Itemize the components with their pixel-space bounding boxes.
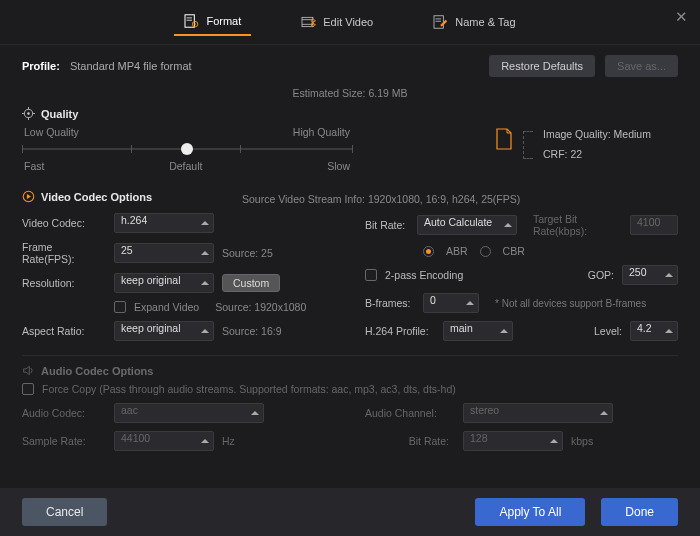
quality-summary: Image Quality: Medium CRF: 22 <box>495 128 651 160</box>
label-video-codec: Video Codec: <box>22 217 106 229</box>
bframes-note: * Not all devices support B-frames <box>495 298 646 309</box>
h264-profile-select[interactable]: main <box>443 321 513 341</box>
label-bframes: B-frames: <box>365 297 415 309</box>
speed-fast-label: Fast <box>24 160 44 172</box>
svg-point-16 <box>27 112 29 114</box>
footer: Cancel Apply To All Done <box>0 488 700 536</box>
label-audio-codec: Audio Codec: <box>22 407 106 419</box>
label-cbr: CBR <box>503 245 525 257</box>
document-icon <box>495 128 513 150</box>
quality-slider[interactable] <box>22 140 352 158</box>
label-kbps: kbps <box>571 435 593 447</box>
svg-point-4 <box>195 23 197 25</box>
quality-high-label: High Quality <box>293 126 350 138</box>
label-twopass: 2-pass Encoding <box>385 269 463 281</box>
label-audio-channel: Audio Channel: <box>365 407 455 419</box>
film-scissors-icon <box>301 15 317 29</box>
custom-resolution-button[interactable]: Custom <box>222 274 280 292</box>
gear-icon <box>22 107 35 120</box>
bframes-select[interactable]: 0 <box>423 293 479 313</box>
label-resolution: Resolution: <box>22 277 106 289</box>
tab-edit-video[interactable]: Edit Video <box>291 8 383 36</box>
tab-name-tag[interactable]: Name & Tag <box>423 8 525 36</box>
speed-slow-label: Slow <box>327 160 350 172</box>
section-title: Audio Codec Options <box>41 365 153 377</box>
label-bitrate: Bit Rate: <box>365 219 409 231</box>
source-stream-info: Source Video Stream Info: 1920x1080, 16:… <box>242 193 678 205</box>
label-sample-rate: Sample Rate: <box>22 435 106 447</box>
aspect-ratio-select[interactable]: keep original <box>114 321 214 341</box>
file-gear-icon <box>184 14 200 28</box>
section-audio: Audio Codec Options <box>22 364 678 377</box>
section-quality: Quality <box>22 107 678 120</box>
label-aspect: Aspect Ratio: <box>22 325 106 337</box>
expand-video-checkbox[interactable] <box>114 301 126 313</box>
label-hz: Hz <box>222 435 235 447</box>
video-codec-select[interactable]: h.264 <box>114 213 214 233</box>
gop-input[interactable]: 250 <box>622 265 678 285</box>
tab-bar: Format Edit Video Name & Tag <box>0 0 700 45</box>
profile-label: Profile: <box>22 60 60 72</box>
tab-label: Edit Video <box>323 16 373 28</box>
close-icon[interactable]: ✕ <box>675 8 688 26</box>
cbr-radio[interactable] <box>480 246 491 257</box>
section-title: Video Codec Options <box>41 191 152 203</box>
label-abr: ABR <box>446 245 468 257</box>
label-level: Level: <box>594 325 622 337</box>
label-target-bitrate: Target Bit Rate(kbps): <box>533 213 622 237</box>
tab-label: Name & Tag <box>455 16 515 28</box>
play-circle-icon <box>22 190 35 203</box>
label-frame-rate: Frame Rate(FPS): <box>22 241 106 265</box>
label-h264-profile: H.264 Profile: <box>365 325 435 337</box>
apply-to-all-button[interactable]: Apply To All <box>475 498 585 526</box>
restore-defaults-button[interactable]: Restore Defaults <box>489 55 595 77</box>
force-copy-checkbox[interactable] <box>22 383 34 395</box>
abr-radio[interactable] <box>423 246 434 257</box>
cancel-button[interactable]: Cancel <box>22 498 107 526</box>
resolution-select[interactable]: keep original <box>114 273 214 293</box>
tab-label: Format <box>206 15 241 27</box>
done-button[interactable]: Done <box>601 498 678 526</box>
sample-rate-select[interactable]: 44100 <box>114 431 214 451</box>
file-pen-icon <box>433 15 449 29</box>
bitrate-select[interactable]: Auto Calculate <box>417 215 517 235</box>
label-force-copy: Force Copy (Pass through audio streams. … <box>42 383 456 395</box>
frame-rate-select[interactable]: 25 <box>114 243 214 263</box>
label-expand-video: Expand Video <box>134 301 199 313</box>
source-fps: Source: 25 <box>222 247 273 259</box>
save-as-button[interactable]: Save as... <box>605 55 678 77</box>
level-select[interactable]: 4.2 <box>630 321 678 341</box>
label-gop: GOP: <box>588 269 614 281</box>
source-aspect: Source: 16:9 <box>222 325 282 337</box>
source-resolution: Source: 1920x1080 <box>215 301 306 313</box>
image-quality-value: Image Quality: Medium <box>543 128 651 140</box>
speaker-icon <box>22 364 35 377</box>
profile-value: Standard MP4 file format <box>70 60 192 72</box>
estimated-size: Estimated Size: 6.19 MB <box>22 87 678 99</box>
audio-codec-select[interactable]: aac <box>114 403 264 423</box>
two-pass-checkbox[interactable] <box>365 269 377 281</box>
tab-format[interactable]: Format <box>174 8 251 36</box>
audio-channel-select[interactable]: stereo <box>463 403 613 423</box>
section-title: Quality <box>41 108 78 120</box>
label-audio-bitrate: Bit Rate: <box>365 435 455 447</box>
crf-value: CRF: 22 <box>543 148 651 160</box>
speed-default-label: Default <box>169 160 202 172</box>
quality-low-label: Low Quality <box>24 126 79 138</box>
audio-bitrate-select[interactable]: 128 <box>463 431 563 451</box>
target-bitrate-input[interactable]: 4100 <box>630 215 678 235</box>
